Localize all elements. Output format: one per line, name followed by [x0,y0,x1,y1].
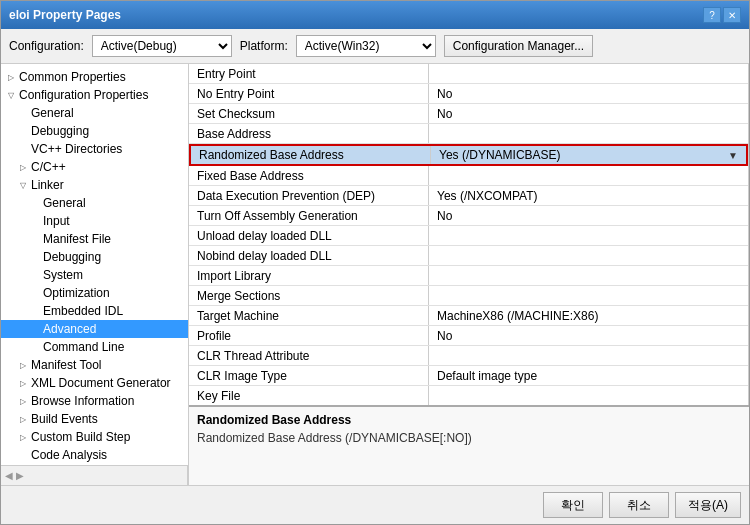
tree-item-label: Browse Information [31,394,134,408]
tree-item-label: Input [43,214,70,228]
tree-item-label: System [43,268,83,282]
tree-item-linker-debugging[interactable]: Debugging [1,248,188,266]
tree-item-debugging[interactable]: Debugging [1,122,188,140]
property-row[interactable]: Unload delay loaded DLL [189,226,748,246]
tree-item-linker[interactable]: ▽Linker [1,176,188,194]
tree-expand-icon: ▷ [17,359,29,371]
property-value-text: MachineX86 (/MACHINE:X86) [437,309,598,323]
property-name-cell: Target Machine [189,306,429,325]
property-value-cell [429,124,748,143]
help-button[interactable]: ? [703,7,721,23]
property-row[interactable]: Base Address [189,124,748,144]
property-value-cell [429,346,748,365]
property-name-cell: Entry Point [189,64,429,83]
description-panel: Randomized Base Address Randomized Base … [189,405,749,485]
tree-expand-icon: ▷ [17,161,29,173]
tree-expand-icon [17,143,29,155]
tree-item-xml-doc-gen[interactable]: ▷XML Document Generator [1,374,188,392]
property-name-cell: Turn Off Assembly Generation [189,206,429,225]
property-value-cell [429,266,748,285]
tree-expand-icon [29,341,41,353]
property-value-cell: No [429,326,748,345]
property-name-cell: Fixed Base Address [189,166,429,185]
left-tree: ▷Common Properties▽Configuration Propert… [1,64,189,465]
title-bar: eloi Property Pages ? ✕ [1,1,749,29]
left-panel-scrollbar[interactable]: ◀ ▶ [1,465,188,485]
tree-expand-icon [17,125,29,137]
tree-expand-icon [17,449,29,461]
property-row[interactable]: CLR Image TypeDefault image type [189,366,748,386]
tree-expand-icon [29,251,41,263]
main-window: eloi Property Pages ? ✕ Configuration: A… [0,0,750,525]
main-content: ▷Common Properties▽Configuration Propert… [1,64,749,485]
tree-expand-icon [29,269,41,281]
tree-expand-icon: ▽ [17,179,29,191]
property-row[interactable]: CLR Thread Attribute [189,346,748,366]
tree-item-linker-manifest[interactable]: Manifest File [1,230,188,248]
dropdown-arrow-icon[interactable]: ▼ [728,150,738,161]
tree-item-linker-embedded[interactable]: Embedded IDL [1,302,188,320]
property-row[interactable]: Key File [189,386,748,405]
property-row[interactable]: Fixed Base Address [189,166,748,186]
property-value-cell [429,246,748,265]
property-value-text: No [437,107,452,121]
property-name-cell: Data Execution Prevention (DEP) [189,186,429,205]
platform-label: Platform: [240,39,288,53]
property-row[interactable]: ProfileNo [189,326,748,346]
bottom-bar: 확인 취소 적용(A) [1,485,749,524]
property-row[interactable]: Set ChecksumNo [189,104,748,124]
tree-item-general[interactable]: General [1,104,188,122]
tree-item-linker-cmdline[interactable]: Command Line [1,338,188,356]
tree-item-common-props[interactable]: ▷Common Properties [1,68,188,86]
tree-item-cpp[interactable]: ▷C/C++ [1,158,188,176]
tree-item-manifest-tool[interactable]: ▷Manifest Tool [1,356,188,374]
tree-item-linker-advanced[interactable]: Advanced [1,320,188,338]
tree-expand-icon [29,197,41,209]
property-row[interactable]: Target MachineMachineX86 (/MACHINE:X86) [189,306,748,326]
cancel-button[interactable]: 취소 [609,492,669,518]
tree-item-browse-info[interactable]: ▷Browse Information [1,392,188,410]
tree-item-label: Linker [31,178,64,192]
property-name-cell: Randomized Base Address [191,146,431,164]
property-row[interactable]: No Entry PointNo [189,84,748,104]
property-row[interactable]: Merge Sections [189,286,748,306]
tree-item-linker-system[interactable]: System [1,266,188,284]
property-row[interactable]: Import Library [189,266,748,286]
tree-item-linker-general[interactable]: General [1,194,188,212]
window-title: eloi Property Pages [9,8,121,22]
property-row[interactable]: Turn Off Assembly GenerationNo [189,206,748,226]
property-value-text: Default image type [437,369,537,383]
tree-item-linker-input[interactable]: Input [1,212,188,230]
property-name-cell: Key File [189,386,429,405]
tree-item-config-props[interactable]: ▽Configuration Properties [1,86,188,104]
right-panel: Entry PointNo Entry PointNoSet ChecksumN… [189,64,749,485]
property-name-cell: No Entry Point [189,84,429,103]
property-value-cell [429,64,748,83]
apply-button[interactable]: 적용(A) [675,492,741,518]
tree-item-custom-build[interactable]: ▷Custom Build Step [1,428,188,446]
tree-item-label: Custom Build Step [31,430,130,444]
tree-item-build-events[interactable]: ▷Build Events [1,410,188,428]
platform-select[interactable]: Active(Win32) [296,35,436,57]
tree-item-label: Debugging [31,124,89,138]
close-button[interactable]: ✕ [723,7,741,23]
config-select[interactable]: Active(Debug) [92,35,232,57]
tree-expand-icon: ▷ [5,71,17,83]
property-value-cell: No [429,206,748,225]
tree-expand-icon [29,305,41,317]
property-row[interactable]: Entry Point [189,64,748,84]
property-value-cell: Default image type [429,366,748,385]
tree-item-vc-dirs[interactable]: VC++ Directories [1,140,188,158]
tree-item-linker-optim[interactable]: Optimization [1,284,188,302]
tree-item-label: General [31,106,74,120]
ok-button[interactable]: 확인 [543,492,603,518]
tree-item-label: Advanced [43,322,96,336]
property-row[interactable]: Nobind delay loaded DLL [189,246,748,266]
property-row[interactable]: Data Execution Prevention (DEP)Yes (/NXC… [189,186,748,206]
tree-item-code-analysis[interactable]: Code Analysis [1,446,188,464]
tree-expand-icon: ▷ [17,377,29,389]
property-row[interactable]: Randomized Base AddressYes (/DYNAMICBASE… [189,144,748,166]
tree-item-label: VC++ Directories [31,142,122,156]
config-manager-button[interactable]: Configuration Manager... [444,35,593,57]
description-title: Randomized Base Address [197,413,741,427]
